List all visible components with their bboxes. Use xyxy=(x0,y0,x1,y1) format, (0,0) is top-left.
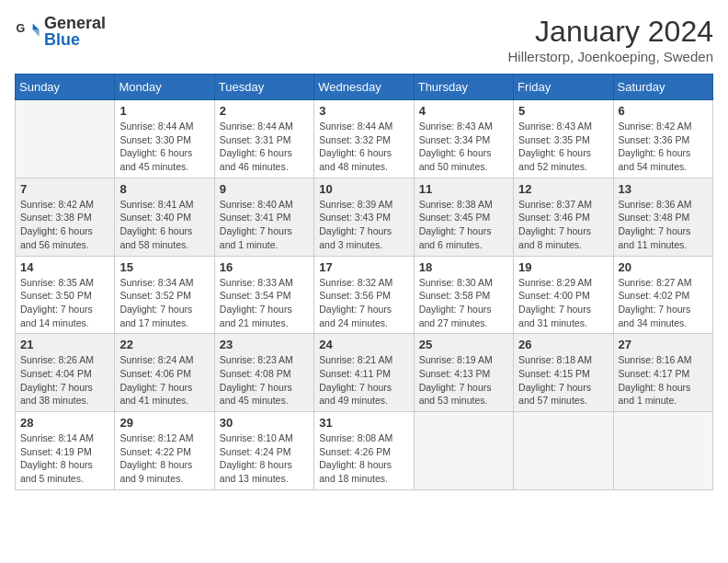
day-info: Sunrise: 8:24 AM Sunset: 4:06 PM Dayligh… xyxy=(119,353,209,408)
day-number: 8 xyxy=(119,182,209,196)
logo-general: General xyxy=(44,15,106,31)
calendar-cell: 27Sunrise: 8:16 AM Sunset: 4:17 PM Dayli… xyxy=(613,334,712,412)
calendar-cell: 8Sunrise: 8:41 AM Sunset: 3:40 PM Daylig… xyxy=(115,178,214,256)
calendar-cell xyxy=(514,412,613,490)
day-info: Sunrise: 8:37 AM Sunset: 3:46 PM Dayligh… xyxy=(518,198,608,252)
calendar-cell: 21Sunrise: 8:26 AM Sunset: 4:04 PM Dayli… xyxy=(16,334,115,412)
calendar-cell: 2Sunrise: 8:44 AM Sunset: 3:31 PM Daylig… xyxy=(214,100,313,178)
day-info: Sunrise: 8:43 AM Sunset: 3:34 PM Dayligh… xyxy=(419,120,508,174)
day-info: Sunrise: 8:43 AM Sunset: 3:35 PM Dayligh… xyxy=(518,120,608,174)
calendar-cell: 29Sunrise: 8:12 AM Sunset: 4:22 PM Dayli… xyxy=(115,412,214,490)
day-info: Sunrise: 8:42 AM Sunset: 3:36 PM Dayligh… xyxy=(619,120,708,174)
calendar-cell: 5Sunrise: 8:43 AM Sunset: 3:35 PM Daylig… xyxy=(514,100,613,178)
calendar-cell: 6Sunrise: 8:42 AM Sunset: 3:36 PM Daylig… xyxy=(613,100,712,178)
calendar-cell: 13Sunrise: 8:36 AM Sunset: 3:48 PM Dayli… xyxy=(613,178,712,256)
day-number: 3 xyxy=(319,104,408,118)
weekday-header-monday: Monday xyxy=(115,75,214,100)
day-number: 25 xyxy=(419,338,508,351)
day-number: 29 xyxy=(119,416,209,430)
day-number: 16 xyxy=(220,260,309,274)
day-info: Sunrise: 8:32 AM Sunset: 3:56 PM Dayligh… xyxy=(319,276,408,330)
day-number: 24 xyxy=(319,338,408,351)
weekday-header-thursday: Thursday xyxy=(414,75,513,100)
calendar: SundayMondayTuesdayWednesdayThursdayFrid… xyxy=(15,74,713,490)
location-title: Hillerstorp, Joenkoeping, Sweden xyxy=(508,49,713,64)
day-number: 20 xyxy=(619,260,708,274)
calendar-cell: 18Sunrise: 8:30 AM Sunset: 3:58 PM Dayli… xyxy=(414,256,513,334)
day-number: 31 xyxy=(319,416,408,430)
day-number: 4 xyxy=(419,104,508,118)
weekday-header-sunday: Sunday xyxy=(16,75,115,100)
calendar-cell: 15Sunrise: 8:34 AM Sunset: 3:52 PM Dayli… xyxy=(115,256,214,334)
day-info: Sunrise: 8:33 AM Sunset: 3:54 PM Dayligh… xyxy=(220,276,309,330)
day-info: Sunrise: 8:29 AM Sunset: 4:00 PM Dayligh… xyxy=(518,276,608,330)
calendar-cell: 1Sunrise: 8:44 AM Sunset: 3:30 PM Daylig… xyxy=(115,100,214,178)
day-number: 19 xyxy=(518,260,608,274)
calendar-cell: 4Sunrise: 8:43 AM Sunset: 3:34 PM Daylig… xyxy=(414,100,513,178)
day-number: 30 xyxy=(220,416,309,430)
calendar-cell: 7Sunrise: 8:42 AM Sunset: 3:38 PM Daylig… xyxy=(16,178,115,256)
day-info: Sunrise: 8:27 AM Sunset: 4:02 PM Dayligh… xyxy=(619,276,708,330)
weekday-header-saturday: Saturday xyxy=(613,75,712,100)
day-number: 18 xyxy=(419,260,508,274)
day-info: Sunrise: 8:21 AM Sunset: 4:11 PM Dayligh… xyxy=(319,353,408,408)
calendar-cell: 14Sunrise: 8:35 AM Sunset: 3:50 PM Dayli… xyxy=(16,256,115,334)
calendar-cell xyxy=(414,412,513,490)
day-info: Sunrise: 8:26 AM Sunset: 4:04 PM Dayligh… xyxy=(20,353,109,408)
day-info: Sunrise: 8:23 AM Sunset: 4:08 PM Dayligh… xyxy=(220,353,309,408)
day-info: Sunrise: 8:41 AM Sunset: 3:40 PM Dayligh… xyxy=(119,198,209,252)
day-info: Sunrise: 8:36 AM Sunset: 3:48 PM Dayligh… xyxy=(619,198,708,252)
day-number: 12 xyxy=(518,182,608,196)
calendar-cell: 25Sunrise: 8:19 AM Sunset: 4:13 PM Dayli… xyxy=(414,334,513,412)
calendar-cell xyxy=(613,412,712,490)
day-number: 27 xyxy=(619,338,708,351)
calendar-cell: 3Sunrise: 8:44 AM Sunset: 3:32 PM Daylig… xyxy=(314,100,414,178)
weekday-header-row: SundayMondayTuesdayWednesdayThursdayFrid… xyxy=(16,75,713,100)
logo-blue: Blue xyxy=(44,31,106,48)
calendar-cell: 31Sunrise: 8:08 AM Sunset: 4:26 PM Dayli… xyxy=(314,412,414,490)
day-info: Sunrise: 8:44 AM Sunset: 3:30 PM Dayligh… xyxy=(119,120,209,174)
calendar-cell: 17Sunrise: 8:32 AM Sunset: 3:56 PM Dayli… xyxy=(314,256,414,334)
week-row-5: 28Sunrise: 8:14 AM Sunset: 4:19 PM Dayli… xyxy=(16,412,713,490)
day-number: 23 xyxy=(220,338,309,351)
day-info: Sunrise: 8:35 AM Sunset: 3:50 PM Dayligh… xyxy=(20,276,109,330)
header: G General Blue January 2024 Hillerstorp,… xyxy=(15,15,713,64)
day-info: Sunrise: 8:39 AM Sunset: 3:43 PM Dayligh… xyxy=(319,198,408,252)
weekday-header-friday: Friday xyxy=(514,75,613,100)
svg-marker-2 xyxy=(33,30,40,37)
calendar-cell: 22Sunrise: 8:24 AM Sunset: 4:06 PM Dayli… xyxy=(115,334,214,412)
day-number: 13 xyxy=(619,182,708,196)
day-info: Sunrise: 8:14 AM Sunset: 4:19 PM Dayligh… xyxy=(20,431,109,486)
day-info: Sunrise: 8:38 AM Sunset: 3:45 PM Dayligh… xyxy=(419,198,508,252)
day-info: Sunrise: 8:19 AM Sunset: 4:13 PM Dayligh… xyxy=(419,353,508,408)
day-info: Sunrise: 8:34 AM Sunset: 3:52 PM Dayligh… xyxy=(119,276,209,330)
day-info: Sunrise: 8:30 AM Sunset: 3:58 PM Dayligh… xyxy=(419,276,508,330)
title-area: January 2024 Hillerstorp, Joenkoeping, S… xyxy=(508,15,713,64)
day-number: 11 xyxy=(419,182,508,196)
calendar-cell: 20Sunrise: 8:27 AM Sunset: 4:02 PM Dayli… xyxy=(613,256,712,334)
week-row-3: 14Sunrise: 8:35 AM Sunset: 3:50 PM Dayli… xyxy=(16,256,713,334)
day-number: 21 xyxy=(20,338,109,351)
logo: G General Blue xyxy=(15,15,106,48)
day-number: 15 xyxy=(119,260,209,274)
day-info: Sunrise: 8:44 AM Sunset: 3:31 PM Dayligh… xyxy=(220,120,309,174)
logo-text: General Blue xyxy=(44,15,106,48)
day-number: 6 xyxy=(619,104,708,118)
calendar-cell: 24Sunrise: 8:21 AM Sunset: 4:11 PM Dayli… xyxy=(314,334,414,412)
calendar-cell: 12Sunrise: 8:37 AM Sunset: 3:46 PM Dayli… xyxy=(514,178,613,256)
calendar-cell: 30Sunrise: 8:10 AM Sunset: 4:24 PM Dayli… xyxy=(214,412,313,490)
day-number: 5 xyxy=(518,104,608,118)
day-info: Sunrise: 8:18 AM Sunset: 4:15 PM Dayligh… xyxy=(518,353,608,408)
day-info: Sunrise: 8:10 AM Sunset: 4:24 PM Dayligh… xyxy=(220,431,309,486)
day-info: Sunrise: 8:44 AM Sunset: 3:32 PM Dayligh… xyxy=(319,120,408,174)
logo-icon: G xyxy=(15,18,40,44)
calendar-cell: 23Sunrise: 8:23 AM Sunset: 4:08 PM Dayli… xyxy=(214,334,313,412)
day-number: 28 xyxy=(20,416,109,430)
day-number: 26 xyxy=(518,338,608,351)
month-title: January 2024 xyxy=(508,15,713,49)
calendar-cell: 28Sunrise: 8:14 AM Sunset: 4:19 PM Dayli… xyxy=(16,412,115,490)
day-number: 2 xyxy=(220,104,309,118)
day-number: 9 xyxy=(220,182,309,196)
weekday-header-tuesday: Tuesday xyxy=(214,75,313,100)
svg-marker-1 xyxy=(33,24,40,30)
